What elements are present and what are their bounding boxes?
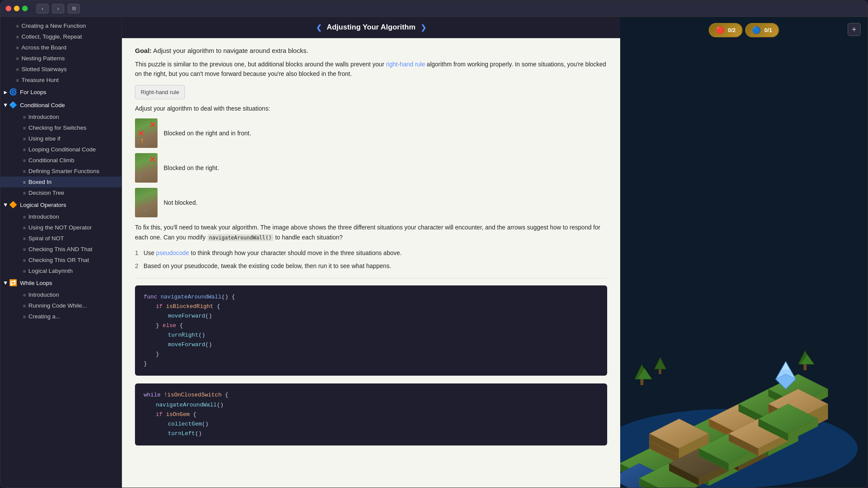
step-num-2: 2	[135, 261, 138, 271]
list-icon: ≡	[23, 190, 26, 196]
code-line-w5: turnLeft()	[168, 429, 598, 439]
list-icon: ≡	[23, 136, 26, 141]
sidebar-item-slotted-stairways[interactable]: ≡ Slotted Stairways	[0, 64, 122, 75]
sidebar-item-treasure-hunt[interactable]: ≡ Treasure Hunt	[0, 75, 122, 85]
title-bar: ‹ › ⊟	[0, 0, 868, 17]
sidebar-item-across-board[interactable]: ≡ Across the Board	[0, 42, 122, 53]
list-icon: ≡	[16, 34, 19, 39]
sidebar-item-collect-toggle[interactable]: ≡ Collect, Toggle, Repeat	[0, 31, 122, 42]
sidebar-item-cc-intro[interactable]: ≡ Introduction	[0, 111, 122, 122]
description-paragraph: This puzzle is similar to the previous o…	[135, 59, 607, 79]
forward-button[interactable]: ›	[52, 4, 64, 13]
back-button[interactable]: ‹	[36, 4, 49, 13]
content-header: ❮ Adjusting Your Algorithm ❯	[122, 17, 620, 38]
close-button[interactable]	[6, 6, 11, 11]
scenario-row-2: ✕ ↑ Blocked on the right.	[135, 153, 607, 183]
x-mark-right: ✕	[149, 120, 156, 130]
sidebar-item-creating-function[interactable]: ≡ Creating a New Function	[0, 20, 122, 31]
app-body: ≡ Creating a New Function ≡ Collect, Tog…	[0, 17, 868, 488]
next-page-button[interactable]: ❯	[421, 23, 426, 32]
chevron-icon: ▶	[3, 103, 8, 107]
switch-counter: 🔵 0/1	[745, 23, 779, 37]
list-icon: ≡	[23, 225, 26, 230]
step-text-1: Use pseudocode to think through how your…	[144, 248, 402, 258]
game-world	[620, 39, 868, 488]
scenario-row-1: ✕ ✕ ↑ Blocked on the right and in front.	[135, 118, 607, 148]
section-icon-for-loops: 🌀	[9, 88, 17, 96]
page-title-bar: ❮ Adjusting Your Algorithm ❯	[316, 23, 427, 32]
list-icon: ≡	[23, 180, 26, 185]
sidebar-item-using-else-if[interactable]: ≡ Using else if	[0, 133, 122, 144]
main-content: ❮ Adjusting Your Algorithm ❯ Goal: Adjus…	[122, 17, 620, 488]
list-icon: ≡	[23, 292, 26, 298]
code-line-5: turnRight()	[168, 331, 598, 340]
code-line-3: moveForward()	[168, 311, 598, 321]
code-line-w3: if isOnGem {	[156, 410, 598, 419]
steps-list: 1 Use pseudocode to think through how yo…	[135, 248, 607, 271]
list-icon: ≡	[16, 67, 19, 72]
zoom-in-button[interactable]: +	[848, 23, 861, 36]
minimize-button[interactable]	[14, 6, 20, 11]
sidebar-item-boxed-in[interactable]: ≡ Boxed In	[0, 177, 122, 187]
section-while-loops[interactable]: ▶ 🔁 While Loops	[0, 276, 122, 289]
sidebar-item-not-operator[interactable]: ≡ Using the NOT Operator	[0, 222, 122, 233]
code-line-2: if isBlockedRight {	[156, 302, 598, 311]
sidebar-item-wl-intro[interactable]: ≡ Introduction	[0, 289, 122, 300]
code-line-w1: while !isOnClosedSwitch {	[144, 390, 598, 400]
sidebar-item-spiral-not[interactable]: ≡ Spiral of NOT	[0, 233, 122, 244]
code-line-1: func navigateAroundWall() {	[144, 292, 598, 302]
scenario-label-2: Blocked on the right.	[164, 164, 219, 171]
section-logical-operators[interactable]: ▶ 🔶 Logical Operators	[0, 198, 122, 211]
switch-count: 0/1	[764, 27, 772, 33]
code-block-2[interactable]: while !isOnClosedSwitch { navigateAround…	[135, 383, 607, 445]
step-2: 2 Based on your pseudocode, tweak the ex…	[135, 261, 607, 271]
sidebar-toggle-button[interactable]: ⊟	[68, 4, 80, 13]
list-icon: ≡	[23, 214, 26, 219]
code-line-6: moveForward()	[168, 340, 598, 350]
fullscreen-button[interactable]	[22, 6, 28, 11]
sidebar-item-checking-switches[interactable]: ≡ Checking for Switches	[0, 122, 122, 133]
sidebar-item-lo-intro[interactable]: ≡ Introduction	[0, 211, 122, 222]
list-icon: ≡	[23, 115, 26, 120]
list-icon: ≡	[23, 125, 26, 131]
pseudocode-link[interactable]: pseudocode	[156, 249, 189, 256]
switch-icon: 🔵	[752, 26, 761, 34]
scenario-label-1: Blocked on the right and in front.	[164, 130, 251, 137]
chevron-icon: ▶	[4, 90, 7, 95]
sidebar-item-checking-or[interactable]: ≡ Checking This OR That	[0, 255, 122, 265]
sidebar-item-running-while[interactable]: ≡ Running Code While...	[0, 300, 122, 311]
gem-counter: 🔴 0/2	[709, 23, 743, 37]
section-conditional-code[interactable]: ▶ 🔷 Conditional Code	[0, 98, 122, 111]
section-icon-logical: 🔶	[9, 201, 17, 209]
chevron-icon: ▶	[3, 203, 8, 206]
section-icon-conditional: 🔷	[9, 101, 17, 109]
section-for-loops[interactable]: ▶ 🌀 For Loops	[0, 85, 122, 98]
scenario-image-2: ✕ ↑	[135, 153, 158, 183]
step-1: 1 Use pseudocode to think through how yo…	[135, 248, 607, 258]
sidebar-item-defining-smarter[interactable]: ≡ Defining Smarter Functions	[0, 166, 122, 177]
x-mark-right-2: ✕	[149, 155, 156, 164]
code-line-w4: collectGem()	[168, 419, 598, 429]
sidebar-item-creating[interactable]: ≡ Creating a...	[0, 311, 122, 322]
sidebar-item-decision-tree[interactable]: ≡ Decision Tree	[0, 187, 122, 198]
goal-label: Goal:	[135, 47, 151, 54]
right-hand-rule-link[interactable]: right-hand rule	[386, 61, 425, 68]
svg-marker-66	[654, 357, 666, 369]
scenarios-container: ✕ ✕ ↑ Blocked on the right and in front.…	[135, 118, 607, 217]
sidebar-item-checking-and[interactable]: ≡ Checking This AND That	[0, 244, 122, 255]
svg-rect-67	[659, 369, 661, 374]
sidebar-item-nesting-patterns[interactable]: ≡ Nesting Patterns	[0, 53, 122, 64]
prev-page-button[interactable]: ❮	[316, 23, 322, 32]
code-line-7: }	[156, 350, 598, 359]
game-hud: 🔴 0/2 🔵 0/1	[709, 23, 779, 37]
content-area[interactable]: Goal: Adjust your algorithm to navigate …	[122, 38, 620, 488]
sidebar-item-conditional-climb[interactable]: ≡ Conditional Climb	[0, 155, 122, 166]
code-line-4: } else {	[156, 321, 598, 331]
divider-1	[135, 278, 607, 278]
app-window: ‹ › ⊟ ≡ Creating a New Function ≡ Collec…	[0, 0, 868, 488]
traffic-lights	[6, 6, 28, 11]
list-icon: ≡	[23, 303, 26, 308]
sidebar-item-looping-conditional[interactable]: ≡ Looping Conditional Code	[0, 144, 122, 155]
code-block-1[interactable]: func navigateAroundWall() { if isBlocked…	[135, 285, 607, 376]
sidebar-item-logical-labyrinth[interactable]: ≡ Logical Labyrinth	[0, 265, 122, 276]
